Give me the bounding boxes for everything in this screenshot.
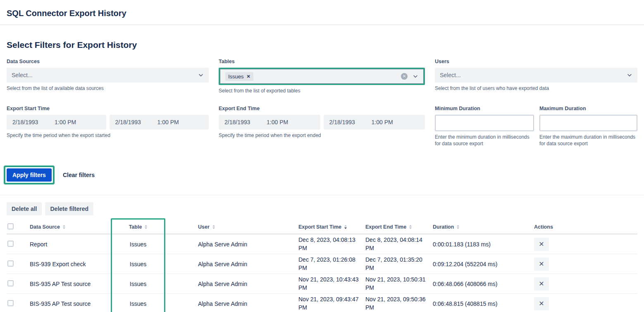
section-divider (0, 195, 644, 195)
minimum-duration-helper: Enter the minimum duration in millisecon… (435, 134, 534, 147)
row-table: Issues (130, 300, 146, 307)
minimum-duration-input[interactable] (435, 115, 534, 131)
filter-actions: Apply filters Clear filters (7, 165, 637, 184)
export-start-time-label: Export Start Time (7, 106, 209, 111)
column-header-export-end-time[interactable]: Export End Time (365, 224, 433, 230)
close-icon: ✕ (539, 281, 544, 287)
row-checkbox[interactable] (7, 300, 14, 306)
delete-row-button[interactable]: ✕ (534, 238, 549, 251)
row-export-end-time: Nov 21, 2023, 09:50:36 PM (365, 295, 433, 312)
row-user: Alpha Serve Admin (165, 261, 298, 267)
delete-toolbar: Delete all Delete filtered (7, 202, 637, 215)
column-header-export-start-time[interactable]: Export Start Time (298, 224, 365, 230)
start-to-datetime[interactable]: 2/18/1993 1:00 PM (110, 115, 209, 130)
close-icon: ✕ (539, 261, 544, 267)
start-to-time: 1:00 PM (157, 119, 179, 125)
tables-select[interactable]: Issues ✕ ✕ (220, 69, 424, 84)
delete-all-button[interactable]: Delete all (7, 202, 42, 215)
select-all-checkbox[interactable] (7, 223, 14, 229)
sort-icon (212, 225, 215, 229)
titlebar: SQL Connector Export History (7, 0, 637, 24)
export-end-time-filter: Export End Time 2/18/1993 1:00 PM 2/18/1… (219, 106, 425, 147)
apply-filters-highlight: Apply filters (4, 165, 55, 184)
title-divider (0, 24, 644, 25)
row-duration: 0:09:12.204 (552204 ms) (433, 261, 534, 267)
row-checkbox[interactable] (7, 260, 14, 267)
row-table: Issues (130, 281, 146, 287)
column-header-table[interactable]: Table (129, 224, 148, 230)
sort-icon (63, 225, 65, 229)
column-header-user[interactable]: User (165, 224, 298, 230)
table-row: Report Issues Alpha Serve Admin Dec 8, 2… (7, 234, 637, 254)
column-header-data-source[interactable]: Data Source (30, 224, 111, 230)
chevron-down-icon (413, 73, 418, 79)
delete-filtered-button[interactable]: Delete filtered (45, 202, 93, 215)
minimum-duration-filter: Minimum Duration Enter the minimum durat… (435, 106, 534, 147)
row-duration: 0:00:01.183 (1183 ms) (433, 241, 534, 248)
start-from-time: 1:00 PM (55, 119, 76, 125)
selected-table-tag: Issues ✕ (225, 72, 253, 81)
maximum-duration-label: Maximum Duration (539, 106, 637, 111)
row-export-start-time: Dec 8, 2023, 04:08:13 PM (298, 236, 365, 252)
sort-icon (457, 225, 459, 229)
page-title: SQL Connector Export History (7, 9, 637, 18)
row-export-end-time: Dec 7, 2023, 01:35:20 PM (365, 256, 433, 272)
users-placeholder: Select... (440, 72, 461, 78)
table-row: BIS-935 AP Test source Issues Alpha Serv… (7, 274, 637, 294)
row-table: Issues (130, 241, 146, 248)
users-label: Users (435, 59, 637, 64)
delete-row-button[interactable]: ✕ (534, 277, 549, 291)
maximum-duration-input[interactable] (539, 115, 637, 131)
tables-select-controls: ✕ (401, 73, 418, 80)
close-icon: ✕ (539, 300, 544, 307)
column-header-actions: Actions (534, 224, 637, 230)
row-duration: 0:06:48.066 (408066 ms) (433, 281, 534, 287)
row-export-end-time: Nov 21, 2023, 10:50:31 PM (365, 276, 433, 292)
remove-tag-icon[interactable]: ✕ (247, 74, 250, 79)
row-user: Alpha Serve Admin (165, 300, 298, 307)
start-from-date: 2/18/1993 (12, 119, 55, 125)
table-row: BIS-935 AP Test source Issues Alpha Serv… (7, 294, 637, 312)
tables-label: Tables (219, 59, 425, 64)
row-export-start-time: Nov 21, 2023, 09:43:47 PM (298, 295, 365, 312)
export-end-time-helper: Specify the time period when the export … (219, 132, 425, 139)
delete-row-button[interactable]: ✕ (534, 297, 549, 310)
filters-heading: Select Filters for Export History (7, 40, 637, 50)
export-end-time-label: Export End Time (219, 106, 425, 111)
export-start-time-filter: Export Start Time 2/18/1993 1:00 PM 2/18… (7, 106, 209, 147)
duration-filters: Minimum Duration Enter the minimum durat… (435, 106, 637, 147)
data-sources-label: Data Sources (7, 59, 209, 64)
users-select[interactable]: Select... (435, 68, 637, 83)
close-icon: ✕ (539, 241, 544, 248)
data-sources-select[interactable]: Select... (7, 68, 209, 83)
end-to-time: 1:00 PM (372, 119, 393, 125)
end-to-datetime[interactable]: 2/18/1993 1:00 PM (324, 115, 425, 130)
data-sources-helper: Select from the list of available data s… (7, 85, 209, 92)
table-header-row: Data Source Table User Export Start Time… (7, 220, 637, 234)
sort-icon (145, 225, 147, 229)
start-from-datetime[interactable]: 2/18/1993 1:00 PM (7, 115, 106, 130)
maximum-duration-helper: Enter the maximum duration in millisecon… (539, 134, 637, 147)
apply-filters-button[interactable]: Apply filters (7, 168, 52, 182)
row-checkbox[interactable] (7, 280, 14, 286)
start-to-date: 2/18/1993 (115, 119, 157, 125)
row-user: Alpha Serve Admin (165, 281, 298, 287)
sort-icon (409, 225, 412, 229)
end-from-datetime[interactable]: 2/18/1993 1:00 PM (219, 115, 320, 130)
table-row: BIS-939 Export check Issues Alpha Serve … (7, 254, 637, 274)
selected-table-tag-label: Issues (228, 73, 244, 80)
filters-grid: Data Sources Select... Select from the l… (7, 59, 637, 147)
row-table: Issues (130, 261, 146, 267)
delete-row-button[interactable]: ✕ (534, 258, 549, 271)
column-header-duration[interactable]: Duration (433, 224, 534, 230)
clear-filters-button[interactable]: Clear filters (58, 168, 100, 182)
row-data-source: BIS-935 AP Test source (30, 281, 111, 287)
row-export-end-time: Dec 8, 2023, 04:08:14 PM (365, 236, 433, 252)
clear-selection-icon[interactable]: ✕ (401, 73, 408, 80)
row-checkbox[interactable] (7, 241, 14, 247)
data-sources-placeholder: Select... (12, 72, 33, 78)
end-from-time: 1:00 PM (267, 119, 288, 125)
data-sources-filter: Data Sources Select... Select from the l… (7, 59, 209, 95)
row-duration: 0:06:48.815 (408815 ms) (433, 300, 534, 307)
users-filter: Users Select... Select from the list of … (435, 59, 637, 95)
